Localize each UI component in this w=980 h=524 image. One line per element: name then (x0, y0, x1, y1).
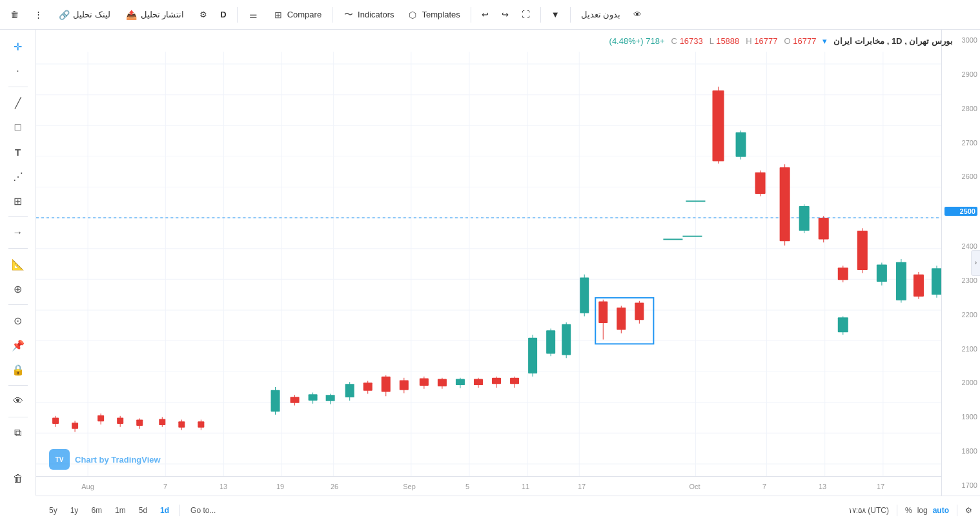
price-1900: 1900 (944, 413, 977, 421)
price-c: C 16733 (671, 36, 703, 46)
period-button[interactable]: D (215, 7, 231, 22)
svg-rect-55 (363, 383, 373, 390)
time-7: 7 (163, 483, 167, 490)
publish-label: انتشار تحلیل (141, 10, 185, 19)
symbol-dropdown-icon[interactable]: ▾ (822, 36, 827, 46)
publish-icon: 📤 (126, 9, 138, 21)
nodes-tool[interactable]: ⋰ (6, 165, 30, 188)
hide-button[interactable]: 👁 (628, 7, 647, 22)
chart-area[interactable]: بورس تهران , 1D , مخابرات ایران ▾ O 1677… (36, 30, 980, 496)
svg-rect-67 (474, 379, 483, 386)
measure-tool[interactable]: ⊞ (6, 189, 30, 213)
svg-rect-103 (838, 267, 848, 280)
bar-style-button[interactable]: ⚌ (243, 6, 265, 23)
hide-icon: 👁 (633, 10, 642, 19)
svg-rect-51 (326, 395, 335, 401)
templates-label: Templates (422, 10, 460, 19)
bar-style-icon: ⚌ (248, 9, 260, 21)
time-11: 11 (522, 483, 529, 490)
price-2000: 2000 (944, 379, 977, 386)
svg-rect-91 (712, 90, 724, 162)
svg-rect-35 (117, 418, 123, 424)
ruler-tool[interactable]: 📐 (6, 253, 30, 276)
lock-tool[interactable]: 🔒 (6, 358, 30, 381)
no-adj-button[interactable]: بدون تعدیل (576, 7, 626, 22)
svg-rect-109 (896, 262, 906, 300)
svg-rect-33 (97, 415, 104, 422)
chart-canvas[interactable]: 2500 (36, 52, 941, 476)
h-value: 16777 (754, 36, 777, 46)
goto-button[interactable]: Go to... (185, 504, 221, 517)
compare-label: Compare (287, 10, 322, 19)
auto-toggle[interactable]: auto (933, 506, 949, 515)
candlestick-chart: 2500 (36, 52, 941, 476)
bottom-right: ۱۷:۵۸ (UTC) % log auto ⚙ (848, 505, 972, 516)
svg-rect-53 (345, 384, 354, 397)
share-button[interactable]: ⋮ (29, 7, 48, 22)
dropdown-icon: ▼ (551, 10, 560, 19)
bottom-bar: 5y 1y 6m 1m 5d 1d Go to... ۱۷:۵۸ (UTC) %… (36, 496, 980, 524)
collapse-right-button[interactable]: › (971, 250, 980, 276)
top-toolbar: D ⚌ ⊞ Compare 〜 Indicators ⬡ Templates ↩… (0, 0, 980, 30)
link-button[interactable]: لینک تحلیل 🔗 (53, 6, 116, 23)
price-l: L 15888 (709, 36, 740, 46)
time-5: 5 (465, 483, 469, 490)
compare-icon: ⊞ (272, 9, 284, 21)
trash-tool[interactable]: 🗑 (6, 467, 30, 490)
delete-button[interactable]: 🗑 (5, 7, 24, 22)
divider5 (570, 7, 571, 23)
fullscreen-icon: ⛶ (522, 10, 530, 19)
log-toggle[interactable]: log (917, 506, 928, 515)
time-axis: Aug 7 13 19 26 Sep 5 11 17 Oct 7 13 17 (36, 476, 941, 496)
magnet-tool[interactable]: ⊙ (6, 309, 30, 332)
period-6m[interactable]: 6m (86, 504, 107, 517)
svg-rect-77 (562, 324, 571, 355)
svg-rect-99 (799, 206, 810, 231)
dot-tool[interactable]: · (6, 59, 30, 83)
svg-rect-95 (755, 173, 766, 194)
delete-icon: 🗑 (10, 10, 19, 19)
crosshair-tool[interactable]: ✛ (6, 35, 30, 58)
publish-button[interactable]: انتشار تحلیل 📤 (121, 6, 190, 23)
svg-rect-43 (198, 421, 204, 428)
period-1y[interactable]: 1y (65, 504, 84, 517)
shapes-tool[interactable]: □ (6, 116, 30, 139)
bottom-sep3 (957, 505, 957, 516)
tradingview-watermark: TV Chart by TradingView (49, 449, 161, 470)
fullscreen-button[interactable]: ⛶ (516, 7, 535, 22)
indicators-button[interactable]: 〜 Indicators (338, 6, 399, 23)
period-5d[interactable]: 5d (134, 504, 152, 517)
svg-rect-113 (932, 268, 941, 295)
time-display: ۱۷:۵۸ (UTC) (848, 506, 889, 515)
dropdown-button[interactable]: ▼ (546, 7, 565, 22)
zoom-tool[interactable]: ⊕ (6, 277, 30, 300)
period-5y[interactable]: 5y (44, 504, 63, 517)
templates-button[interactable]: ⬡ Templates (402, 6, 465, 23)
draw-line-tool[interactable]: ╱ (6, 91, 30, 114)
share-icon: ⋮ (34, 10, 43, 19)
indicators-icon: 〜 (343, 9, 354, 21)
period-1m[interactable]: 1m (110, 504, 131, 517)
layers-tool[interactable]: ⧉ (6, 421, 30, 445)
svg-rect-69 (492, 378, 501, 384)
svg-rect-84 (617, 308, 626, 330)
redo-button[interactable]: ↪ (496, 7, 514, 22)
svg-rect-45 (271, 390, 280, 412)
time-13: 13 (219, 483, 227, 490)
percent-toggle[interactable]: % (905, 506, 912, 515)
pin-tool[interactable]: 📌 (6, 333, 30, 357)
period-1d[interactable]: 1d (155, 504, 174, 517)
time-sep: Sep (403, 483, 416, 490)
price-2700: 2700 (944, 139, 977, 147)
undo-button[interactable]: ↩ (476, 7, 494, 22)
divider1 (237, 7, 238, 23)
text-tool[interactable]: T (6, 140, 30, 163)
price-2800: 2800 (944, 105, 977, 112)
eye-tool[interactable]: 👁 (6, 390, 30, 413)
svg-rect-39 (159, 419, 165, 425)
settings-button[interactable]: ⚙ (194, 7, 212, 22)
svg-rect-31 (72, 423, 78, 429)
chart-settings-icon[interactable]: ⚙ (965, 506, 972, 515)
arrow-tool[interactable]: → (6, 221, 30, 244)
compare-button[interactable]: ⊞ Compare (267, 6, 327, 23)
